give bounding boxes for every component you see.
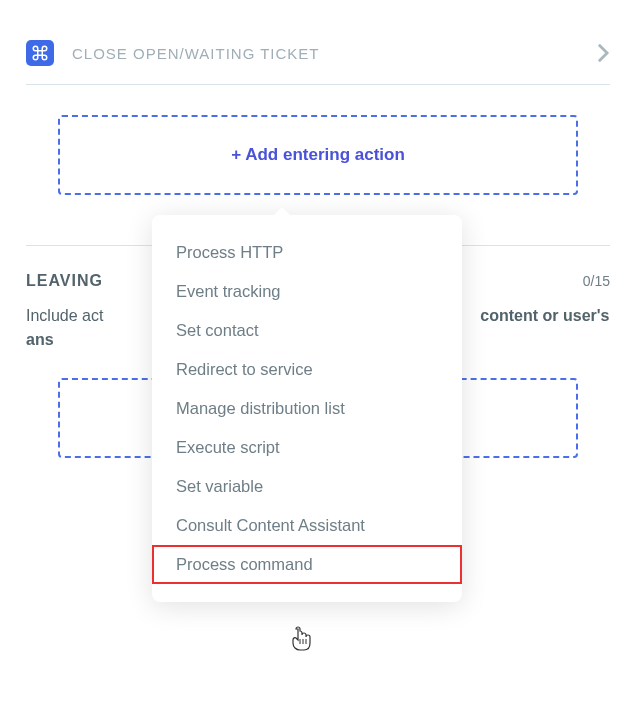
ticket-row[interactable]: CLOSE OPEN/WAITING TICKET: [26, 28, 610, 85]
action-dropdown: Process HTTP Event tracking Set contact …: [152, 215, 462, 602]
leaving-counter: 0/15: [583, 273, 610, 289]
dropdown-item-process-command[interactable]: Process command: [152, 545, 462, 584]
command-icon: [26, 40, 54, 66]
leaving-title: LEAVING: [26, 272, 103, 290]
dropdown-item-event-tracking[interactable]: Event tracking: [152, 272, 462, 311]
add-entering-action-label: + Add entering action: [231, 145, 405, 165]
dropdown-item-redirect-service[interactable]: Redirect to service: [152, 350, 462, 389]
cursor-pointer-icon: [291, 626, 313, 656]
ticket-label: CLOSE OPEN/WAITING TICKET: [72, 45, 578, 62]
add-entering-action-box[interactable]: + Add entering action: [58, 115, 578, 195]
dropdown-item-process-http[interactable]: Process HTTP: [152, 233, 462, 272]
dropdown-item-manage-distribution[interactable]: Manage distribution list: [152, 389, 462, 428]
chevron-right-icon: [596, 42, 610, 64]
dropdown-item-set-contact[interactable]: Set contact: [152, 311, 462, 350]
dropdown-item-execute-script[interactable]: Execute script: [152, 428, 462, 467]
dropdown-item-consult-content[interactable]: Consult Content Assistant: [152, 506, 462, 545]
dropdown-item-set-variable[interactable]: Set variable: [152, 467, 462, 506]
